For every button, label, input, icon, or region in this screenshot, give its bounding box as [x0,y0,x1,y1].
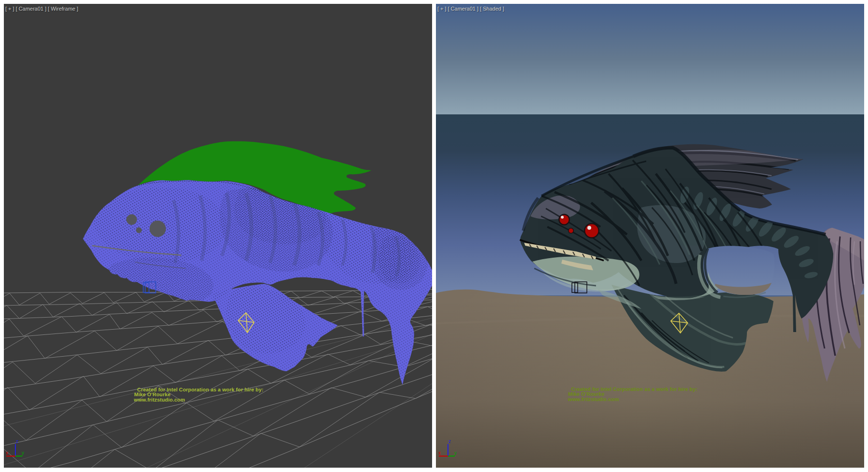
svg-text:x: x [6,450,8,456]
svg-text:z: z [448,439,451,444]
svg-text:z: z [16,439,18,444]
svg-text:y: y [454,450,457,456]
svg-text:y: y [22,450,24,456]
svg-text:x: x [438,450,441,456]
